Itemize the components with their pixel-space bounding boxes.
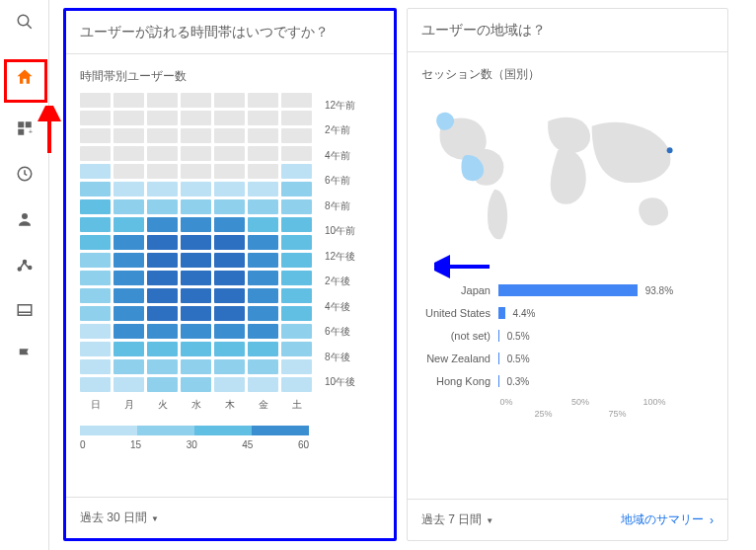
annotation-red-box xyxy=(4,59,47,103)
heatmap-chart: 12午前2午前4午前6午前8午前10午前12午後2午後4午後6午後8午後10午後… xyxy=(80,93,380,450)
svg-point-7 xyxy=(22,213,28,219)
panel-icon[interactable] xyxy=(13,298,37,322)
time-heatmap-card: ユーザーが訪れる時間帯はいつですか？ 時間帯別ユーザー数 12午前2午前4午前6… xyxy=(63,8,397,541)
date-range-selector[interactable]: 過去 7 日間▼ xyxy=(421,511,493,528)
country-row: Japan93.8% xyxy=(421,283,714,297)
clock-icon[interactable] xyxy=(13,162,37,186)
svg-point-0 xyxy=(18,15,29,26)
heatmap-subtitle: 時間帯別ユーザー数 xyxy=(80,68,380,85)
annotation-red-arrow xyxy=(38,106,61,155)
search-icon[interactable] xyxy=(13,10,37,34)
country-row: Hong Kong0.3% xyxy=(421,374,714,388)
svg-text:+: + xyxy=(28,127,33,136)
graph-icon[interactable] xyxy=(13,253,37,276)
card-title: ユーザーが訪れる時間帯はいつですか？ xyxy=(66,11,394,54)
card-title: ユーザーの地域は？ xyxy=(408,9,727,52)
svg-line-1 xyxy=(27,24,32,29)
svg-rect-4 xyxy=(18,129,24,135)
geo-summary-link[interactable]: 地域のサマリー› xyxy=(621,511,714,528)
svg-point-10 xyxy=(28,267,31,270)
main-content: ユーザーが訪れる時間帯はいつですか？ 時間帯別ユーザー数 12午前2午前4午前6… xyxy=(55,0,736,549)
country-bar-chart: Japan93.8%United States4.4%(not set)0.5%… xyxy=(421,283,714,388)
chevron-down-icon: ▼ xyxy=(486,516,493,525)
user-icon[interactable] xyxy=(13,207,37,231)
heatmap-legend xyxy=(80,426,380,435)
svg-rect-2 xyxy=(18,121,24,127)
date-range-selector[interactable]: 過去 30 日間▼ xyxy=(80,510,159,526)
country-row: United States4.4% xyxy=(421,306,714,320)
annotation-blue-arrow xyxy=(434,255,493,278)
bar-axis: 0%50%100%25%75% xyxy=(421,397,714,421)
country-row: New Zealand0.5% xyxy=(421,352,714,365)
world-map xyxy=(421,91,714,259)
customize-icon[interactable]: + xyxy=(13,117,37,140)
svg-point-15 xyxy=(667,147,673,153)
svg-rect-11 xyxy=(18,305,32,316)
country-row: (not set)0.5% xyxy=(421,329,714,343)
geo-subtitle: セッション数（国別） xyxy=(421,66,714,83)
flag-icon[interactable] xyxy=(13,344,37,367)
chevron-down-icon: ▼ xyxy=(151,514,159,523)
chevron-right-icon: › xyxy=(710,513,714,527)
